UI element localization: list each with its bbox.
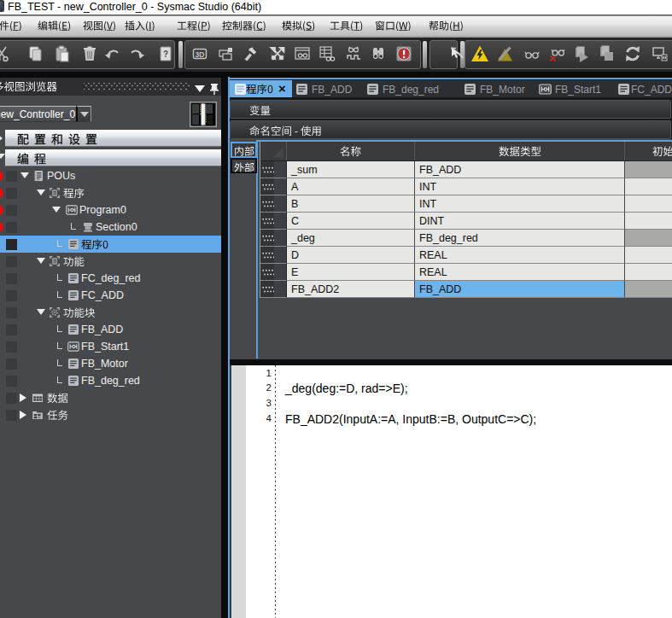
cell-name[interactable]: D: [287, 247, 415, 264]
cell-initial[interactable]: [625, 195, 672, 213]
program-mode-icon[interactable]: [597, 44, 616, 63]
cell-initial[interactable]: [625, 178, 672, 195]
tree-item-function-blocks[interactable]: [0, 304, 221, 321]
go-offline-icon[interactable]: [496, 44, 515, 63]
menu-edit[interactable]: [38, 20, 71, 31]
windows-icon[interactable]: [216, 44, 235, 63]
menu-file[interactable]: [0, 20, 22, 31]
tree-item-programs[interactable]: [0, 184, 221, 201]
cell-initial[interactable]: [625, 161, 672, 178]
pin-icon[interactable]: [209, 83, 219, 96]
cell-name[interactable]: FB_ADD2: [287, 281, 415, 298]
menu-tools[interactable]: [330, 20, 363, 31]
cell-datatype[interactable]: REAL: [415, 247, 625, 264]
undo-icon[interactable]: [103, 44, 122, 63]
cut-icon[interactable]: [0, 44, 11, 63]
tree-item-fb-add[interactable]: FB_ADD: [0, 321, 221, 338]
controller-screen-icon[interactable]: [650, 44, 669, 63]
cell-datatype[interactable]: REAL: [415, 264, 625, 281]
watch-wave-icon[interactable]: [344, 44, 363, 63]
row-handle[interactable]: [260, 230, 287, 247]
menu-window[interactable]: [375, 20, 412, 31]
cell-initial[interactable]: [625, 213, 672, 230]
paste-icon[interactable]: [53, 44, 72, 63]
cell-name[interactable]: _sum: [287, 161, 415, 178]
panel-divider[interactable]: [221, 78, 228, 618]
menu-simulation[interactable]: [282, 20, 315, 31]
tree-item-fc-add[interactable]: FC_ADD: [0, 287, 221, 304]
menu-help[interactable]: [429, 20, 464, 31]
code-line[interactable]: FB_ADD2(InputA:=A, InputB:=B, OutputC=>C…: [285, 411, 536, 427]
section-programming[interactable]: [5, 149, 221, 166]
watch-window-icon[interactable]: [293, 44, 312, 63]
namespace-bar[interactable]: [230, 120, 671, 139]
collapse-arrow-icon[interactable]: [20, 394, 26, 402]
row-handle[interactable]: [260, 264, 287, 281]
tree-item-section0[interactable]: Section0: [0, 219, 221, 236]
menu-insert[interactable]: [125, 20, 155, 31]
tree-item-functions[interactable]: [0, 253, 221, 270]
menu-view[interactable]: [83, 20, 116, 31]
cell-initial[interactable]: [625, 247, 672, 264]
edit-pointer-icon[interactable]: [447, 44, 466, 63]
cell-name[interactable]: A: [287, 178, 415, 195]
chevron-down-icon[interactable]: [195, 85, 205, 92]
go-online-icon[interactable]: [470, 44, 489, 63]
expand-arrow-icon[interactable]: [37, 189, 45, 195]
menu-project[interactable]: [177, 20, 211, 31]
abort-icon[interactable]: [394, 44, 413, 63]
redo-icon[interactable]: [127, 44, 146, 63]
expand-arrow-icon[interactable]: [37, 309, 45, 315]
cell-name[interactable]: E: [287, 264, 415, 281]
tab-program0[interactable]: ×: [230, 80, 292, 97]
monitor-stop-icon[interactable]: [547, 44, 566, 63]
tree-item-program0[interactable]: Program0: [0, 201, 221, 219]
tree-item-fc-deg-red[interactable]: FC_deg_red: [0, 270, 221, 287]
st-code-editor[interactable]: 1234_deg(deg:=D, rad=>E);FB_ADD2(InputA:…: [230, 365, 672, 618]
cell-datatype[interactable]: INT: [415, 195, 625, 213]
tree-item-data[interactable]: [0, 389, 221, 406]
cell-datatype[interactable]: DINT: [415, 213, 625, 230]
help-doc-icon[interactable]: [156, 44, 175, 63]
tree-item-pous[interactable]: POUs: [0, 167, 221, 184]
cell-datatype[interactable]: FB_ADD: [415, 281, 625, 298]
horizontal-splitter[interactable]: [230, 359, 672, 365]
search-icon[interactable]: [369, 44, 388, 63]
cell-datatype[interactable]: INT: [415, 178, 625, 195]
tree-item-tasks[interactable]: [0, 406, 221, 423]
cell-initial[interactable]: [625, 264, 672, 281]
copy-icon[interactable]: [26, 44, 44, 63]
tab-fb-add[interactable]: FB_ADD: [312, 84, 352, 96]
collapse-arrow-icon[interactable]: [20, 411, 26, 419]
synchronize-icon[interactable]: [623, 44, 642, 63]
tree-item-fb-motor[interactable]: FB_Motor: [0, 355, 221, 372]
row-handle[interactable]: [260, 213, 287, 230]
expand-arrow-icon[interactable]: [20, 172, 29, 178]
cell-name[interactable]: B: [287, 195, 415, 213]
section-configuration[interactable]: [5, 130, 221, 147]
row-handle[interactable]: [260, 178, 287, 195]
tab-internal[interactable]: [231, 142, 257, 158]
build-icon[interactable]: [241, 44, 260, 63]
tab-fb-deg-red[interactable]: FB_deg_red: [383, 84, 439, 96]
row-handle[interactable]: [260, 247, 287, 264]
close-icon[interactable]: ×: [278, 82, 289, 96]
controller-select-dropdown-button[interactable]: [76, 106, 91, 122]
variables-bar[interactable]: [230, 100, 671, 119]
code-line[interactable]: _deg(deg:=D, rad=>E);: [285, 381, 408, 396]
row-handle[interactable]: [260, 161, 287, 178]
row-handle[interactable]: [260, 195, 287, 213]
monitor-icon[interactable]: [523, 44, 541, 63]
3d-view-icon[interactable]: [190, 44, 209, 63]
cell-name[interactable]: C: [287, 213, 415, 230]
controller-select[interactable]: new_Controller_0: [0, 106, 76, 122]
tree-item-fb-deg-red[interactable]: FB_deg_red: [0, 372, 221, 389]
tab-fb-start1[interactable]: FB_Start1: [555, 84, 601, 96]
watch-table-icon[interactable]: [318, 44, 336, 63]
cell-name[interactable]: _deg: [287, 230, 415, 247]
column-header-datatype[interactable]: [415, 142, 625, 160]
run-mode-icon[interactable]: [572, 44, 591, 63]
cell-initial[interactable]: [625, 281, 672, 298]
column-header-name[interactable]: [287, 142, 415, 160]
cell-datatype[interactable]: FB_deg_red: [415, 230, 625, 247]
